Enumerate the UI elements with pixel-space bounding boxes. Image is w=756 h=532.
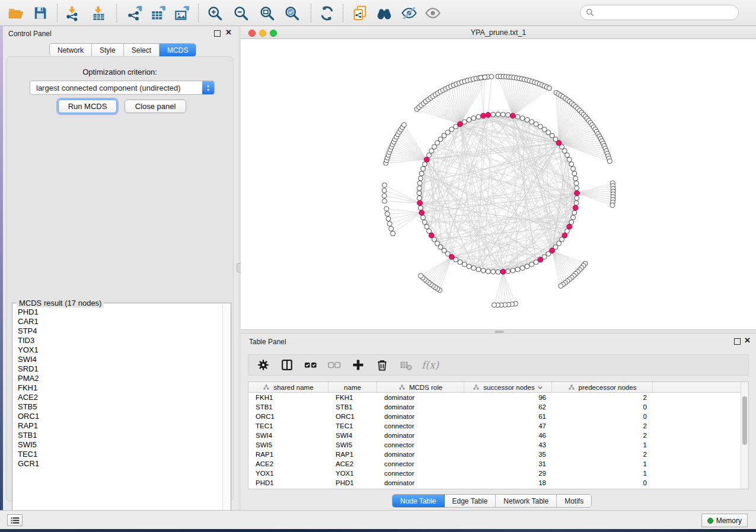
mcds-hub-node[interactable] [424, 157, 429, 162]
ring-node[interactable] [538, 124, 543, 129]
mcds-hub-node[interactable] [429, 233, 434, 238]
leaf-node[interactable] [419, 274, 423, 278]
table-row[interactable]: ORC1ORC1dominator610 [248, 412, 748, 421]
table-row[interactable]: YOX1YOX1connector291 [248, 469, 748, 478]
tab-network[interactable]: Network [50, 44, 92, 56]
settings-gear-icon[interactable] [256, 357, 271, 373]
ring-node[interactable] [417, 196, 422, 200]
mcds-result-item[interactable]: FKH1 [18, 383, 223, 393]
ring-node[interactable] [496, 270, 500, 274]
run-mcds-button[interactable]: Run MCDS [58, 100, 117, 113]
ring-node[interactable] [476, 267, 481, 272]
optimization-criterion-dropdown[interactable]: largest connected component (undirected)… [30, 81, 215, 95]
mcds-result-item[interactable]: STB1 [18, 431, 223, 440]
close-panel-button[interactable]: Close panel [125, 100, 186, 113]
mcds-hub-node[interactable] [538, 257, 543, 262]
mcds-result-item[interactable]: YOX1 [18, 345, 223, 355]
ring-node[interactable] [486, 269, 490, 274]
hide-selected-button[interactable] [399, 3, 419, 23]
ring-node[interactable] [575, 186, 579, 191]
mcds-result-item[interactable]: SWI4 [18, 355, 223, 364]
ring-node[interactable] [467, 117, 471, 122]
ring-node[interactable] [534, 122, 538, 127]
table-vertical-scrollbar[interactable] [741, 382, 748, 489]
ring-node[interactable] [417, 186, 422, 191]
ring-node[interactable] [438, 137, 443, 142]
ring-node[interactable] [471, 116, 476, 121]
ring-node[interactable] [571, 215, 576, 220]
tab-style[interactable]: Style [92, 44, 124, 56]
ring-node[interactable] [569, 162, 574, 166]
close-panel-icon[interactable]: ✕ [225, 29, 232, 36]
zoom-selected-button[interactable] [282, 3, 302, 23]
table-row[interactable]: RAP1RAP1dominator352 [248, 450, 748, 459]
ring-node[interactable] [525, 117, 529, 122]
column-header-shared-name[interactable]: shared name [248, 382, 328, 392]
mcds-result-item[interactable]: CAR1 [18, 317, 223, 326]
ring-node[interactable] [511, 268, 515, 273]
mcds-result-item[interactable]: SWI5 [18, 440, 223, 450]
ring-node[interactable] [520, 116, 525, 121]
ring-node[interactable] [572, 171, 577, 176]
ring-node[interactable] [572, 210, 577, 215]
ring-node[interactable] [529, 262, 534, 267]
table-row[interactable]: FKH1FKH1dominator962 [248, 393, 748, 402]
ring-node[interactable] [417, 191, 422, 196]
mcds-result-item[interactable]: PHD1 [18, 307, 223, 317]
find-button[interactable] [374, 3, 394, 23]
ring-node[interactable] [481, 268, 486, 273]
ring-node[interactable] [525, 264, 529, 269]
ring-node[interactable] [567, 157, 572, 162]
ring-node[interactable] [515, 114, 520, 119]
mcds-result-item[interactable]: RAP1 [18, 421, 223, 431]
mcds-list-scrollbar[interactable] [222, 304, 230, 522]
mcds-hub-node[interactable] [481, 113, 486, 118]
mcds-hub-node[interactable] [417, 200, 423, 206]
mcds-hub-node[interactable] [567, 224, 572, 229]
mcds-result-item[interactable]: PMA2 [18, 374, 223, 383]
deselect-all-checkboxes-icon[interactable] [327, 357, 342, 373]
export-image-button[interactable] [171, 3, 192, 23]
ring-node[interactable] [574, 201, 579, 206]
mcds-hub-node[interactable] [458, 121, 463, 127]
leaf-node[interactable] [382, 198, 387, 203]
ring-node[interactable] [476, 114, 481, 119]
leaf-node[interactable] [492, 303, 496, 307]
mcds-result-item[interactable]: ORC1 [18, 412, 223, 421]
apply-style-button[interactable] [317, 3, 337, 23]
horizontal-splitter[interactable] [241, 329, 756, 334]
leaf-node[interactable] [387, 222, 392, 226]
zoom-fit-button[interactable] [257, 3, 277, 23]
leaf-node[interactable] [391, 231, 395, 236]
leaf-node[interactable] [386, 216, 391, 221]
mcds-hub-node[interactable] [562, 233, 567, 238]
float-panel-icon[interactable] [734, 338, 741, 345]
mcds-hub-node[interactable] [556, 140, 562, 146]
leaf-node[interactable] [483, 75, 487, 79]
ring-node[interactable] [575, 196, 579, 200]
table-row[interactable]: SWI5SWI5connector431 [248, 440, 748, 450]
show-all-button[interactable] [423, 3, 443, 23]
mcds-hub-node[interactable] [486, 113, 491, 118]
leaf-node[interactable] [385, 211, 390, 216]
tab-mcds[interactable]: MCDS [160, 44, 196, 56]
ring-node[interactable] [496, 112, 500, 117]
add-column-icon[interactable] [350, 357, 366, 373]
ring-node[interactable] [574, 181, 579, 185]
import-table-button[interactable] [88, 3, 109, 23]
search-field[interactable] [580, 5, 739, 20]
ring-node[interactable] [520, 266, 525, 271]
mcds-result-item[interactable]: TID3 [18, 336, 223, 345]
ring-node[interactable] [515, 267, 520, 272]
ring-node[interactable] [491, 270, 496, 274]
ring-node[interactable] [550, 133, 554, 138]
ring-node[interactable] [529, 120, 534, 124]
search-input[interactable] [594, 8, 738, 17]
ring-node[interactable] [562, 149, 567, 153]
show-panel-list-button[interactable] [7, 514, 23, 526]
table-row[interactable]: SWI4SWI4dominator462 [248, 431, 748, 440]
tab-motifs[interactable]: Motifs [557, 495, 591, 507]
ring-node[interactable] [491, 112, 496, 117]
select-all-checkboxes-icon[interactable] [303, 357, 318, 373]
mcds-result-item[interactable]: SRD1 [18, 364, 223, 374]
